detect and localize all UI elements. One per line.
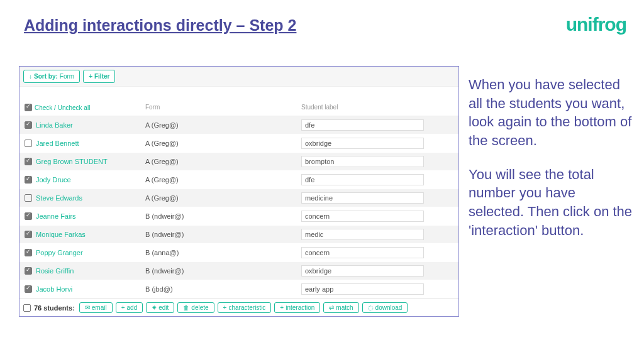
table-row: Monique FarkasB (ndweir@): [19, 226, 458, 244]
footer-checkbox[interactable]: [23, 304, 31, 312]
student-name[interactable]: Steve Edwards: [36, 194, 82, 202]
filter-button[interactable]: + Filter: [83, 70, 115, 83]
sort-label: Sort by:: [34, 73, 58, 80]
student-label-input[interactable]: [301, 211, 424, 222]
student-name[interactable]: Rosie Griffin: [36, 267, 74, 275]
table-row: Jared BennettA (Greg@): [19, 134, 458, 153]
table-row: Jeanne FairsB (ndweir@): [19, 207, 458, 226]
toolbar: ↓ Sort by: Form + Filter: [19, 67, 458, 87]
check-uncheck-all[interactable]: Check / Uncheck all: [25, 104, 90, 111]
column-form: Form: [145, 104, 301, 111]
student-form: A (Greg@): [145, 121, 301, 129]
interaction-button[interactable]: +interaction: [274, 302, 320, 313]
plus-icon: +: [121, 304, 125, 311]
characteristic-button[interactable]: +characteristic: [218, 302, 272, 313]
student-label-input[interactable]: [301, 138, 424, 149]
student-label-input[interactable]: [301, 174, 424, 185]
table-row: Poppy GrangerB (anna@): [19, 244, 458, 262]
table-body: Linda BakerA (Greg@)Jared BennettA (Greg…: [19, 116, 458, 299]
student-label-input[interactable]: [301, 192, 424, 204]
student-name[interactable]: Jacob Horvi: [36, 285, 72, 293]
plus-icon: +: [223, 304, 227, 311]
page-title: Adding interactions directly – Step 2: [24, 16, 296, 35]
instruction-text: When you have selected all the students …: [469, 75, 633, 255]
plus-icon: +: [280, 304, 284, 311]
sort-icon: ↓: [29, 73, 32, 80]
table-row: Greg Brown STUDENTA (Greg@): [19, 153, 458, 171]
row-checkbox[interactable]: [25, 194, 32, 202]
sort-value: Form: [60, 73, 74, 80]
delete-button[interactable]: 🗑delete: [177, 302, 214, 313]
trash-icon: 🗑: [183, 304, 189, 311]
row-checkbox[interactable]: [25, 249, 32, 256]
student-form: B (anna@): [145, 249, 301, 256]
instruction-p2: You will see the total number you have s…: [469, 165, 633, 240]
sort-button[interactable]: ↓ Sort by: Form: [23, 70, 80, 83]
student-form: A (Greg@): [145, 158, 301, 165]
table-row: Jody DruceA (Greg@): [19, 171, 458, 189]
student-label-input[interactable]: [301, 229, 424, 240]
email-button[interactable]: ✉email: [79, 302, 113, 313]
student-label-input[interactable]: [301, 283, 424, 295]
table-row: Rosie GriffinB (ndweir@): [19, 262, 458, 280]
download-icon: ◌: [368, 304, 374, 311]
shuffle-icon: ⇄: [329, 304, 334, 311]
plus-icon: +: [89, 73, 92, 80]
row-checkbox[interactable]: [25, 267, 32, 275]
row-checkbox[interactable]: [25, 212, 32, 220]
student-name[interactable]: Jeanne Fairs: [36, 212, 76, 220]
student-name[interactable]: Greg Brown STUDENT: [36, 158, 108, 165]
instruction-p1: When you have selected all the students …: [469, 75, 633, 150]
student-name[interactable]: Linda Baker: [36, 121, 73, 129]
student-form: A (Greg@): [145, 176, 301, 184]
student-form: A (Greg@): [145, 194, 301, 202]
row-checkbox[interactable]: [25, 140, 32, 147]
student-panel: ↓ Sort by: Form + Filter Check / Uncheck…: [19, 66, 459, 317]
student-form: A (Greg@): [145, 140, 301, 147]
star-icon: ✷: [152, 304, 157, 311]
match-button[interactable]: ⇄match: [323, 302, 358, 313]
student-label-input[interactable]: [301, 119, 424, 131]
student-name[interactable]: Monique Farkas: [36, 231, 86, 238]
filter-label: Filter: [94, 73, 109, 80]
mail-icon: ✉: [85, 304, 90, 311]
check-icon: [25, 104, 32, 111]
student-form: B (ndweir@): [145, 231, 301, 238]
student-form: B (ndweir@): [145, 267, 301, 275]
download-button[interactable]: ◌download: [362, 302, 408, 313]
student-name[interactable]: Poppy Granger: [36, 249, 83, 256]
table-row: Steve EdwardsA (Greg@): [19, 189, 458, 207]
add-button[interactable]: +add: [116, 302, 143, 313]
student-form: B (ndweir@): [145, 212, 301, 220]
table-header: Check / Uncheck all Form Student label: [19, 87, 458, 116]
brand-logo: unifrog: [566, 14, 626, 35]
footer-bar: 76 students: ✉email +add ✷edit 🗑delete +…: [19, 299, 458, 316]
student-label-input[interactable]: [301, 247, 424, 258]
table-row: Jacob HorviB (jbd@): [19, 280, 458, 299]
row-checkbox[interactable]: [25, 176, 32, 184]
footer-count: 76 students:: [23, 304, 75, 312]
student-label-input[interactable]: [301, 265, 424, 277]
row-checkbox[interactable]: [25, 158, 32, 165]
column-label: Student label: [301, 104, 453, 111]
student-name[interactable]: Jared Bennett: [36, 140, 79, 147]
student-form: B (jbd@): [145, 285, 301, 293]
table-row: Linda BakerA (Greg@): [19, 116, 458, 134]
edit-button[interactable]: ✷edit: [146, 302, 174, 313]
student-label-input[interactable]: [301, 156, 424, 167]
row-checkbox[interactable]: [25, 285, 32, 293]
row-checkbox[interactable]: [25, 121, 32, 129]
student-name[interactable]: Jody Druce: [36, 176, 71, 184]
row-checkbox[interactable]: [25, 231, 32, 238]
